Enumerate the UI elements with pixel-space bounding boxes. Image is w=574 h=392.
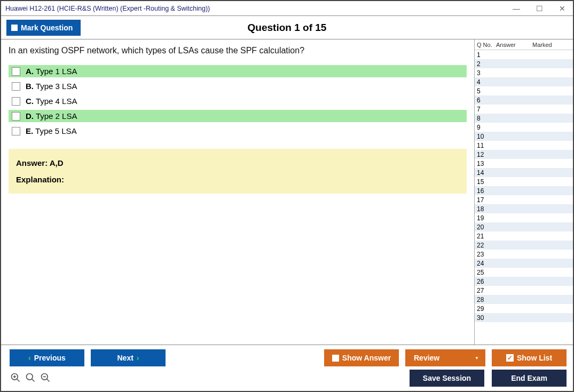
mark-question-label: Mark Question [21,23,73,32]
choice-label: A. Type 1 LSA [26,67,77,76]
window-controls: — ☐ ✕ [509,3,569,14]
row-number: 25 [475,269,496,276]
svg-line-5 [32,379,35,382]
choice-e[interactable]: E. Type 5 LSA [9,125,467,137]
question-row[interactable]: 21 [475,231,573,241]
checkbox-icon [12,67,20,76]
question-row[interactable]: 4 [475,77,573,86]
button-row-primary: ‹ Previous Next › Show Answer Review ▼ ✓… [10,349,567,366]
row-number: 8 [475,115,496,122]
question-row[interactable]: 20 [475,222,573,231]
question-row[interactable]: 2 [475,59,573,68]
triangle-down-icon: ▼ [475,356,479,361]
question-list[interactable]: 1234567891011121314151617181920212223242… [475,50,573,345]
choice-label: E. Type 5 LSA [26,126,77,135]
minimize-button[interactable]: — [509,3,523,14]
question-row[interactable]: 5 [475,86,573,95]
question-row[interactable]: 27 [475,286,573,295]
svg-line-1 [17,379,20,382]
question-row[interactable]: 26 [475,277,573,286]
question-row[interactable]: 13 [475,159,573,168]
footer: ‹ Previous Next › Show Answer Review ▼ ✓… [1,345,573,391]
close-button[interactable]: ✕ [556,3,569,14]
question-text: In an existing OSPF network, which types… [9,46,467,55]
row-number: 23 [475,251,496,258]
show-list-button[interactable]: ✓ Show List [492,349,567,366]
question-row[interactable]: 30 [475,313,573,322]
col-qno: Q No. [475,42,496,48]
body: In an existing OSPF network, which types… [1,39,573,345]
row-number: 1 [475,51,496,59]
question-row[interactable]: 29 [475,304,573,313]
row-number: 17 [475,196,496,204]
choices-list: A. Type 1 LSAB. Type 3 LSAC. Type 4 LSAD… [9,65,467,137]
row-number: 13 [475,160,496,167]
row-number: 27 [475,287,496,294]
show-answer-button[interactable]: Show Answer [324,349,399,366]
svg-line-7 [47,379,50,382]
question-row[interactable]: 8 [475,114,573,123]
zoom-out-button[interactable] [40,372,51,383]
question-row[interactable]: 19 [475,213,573,222]
row-number: 24 [475,260,496,267]
checkbox-icon [11,25,18,31]
show-answer-label: Show Answer [342,354,391,362]
window-title: Huawei H12-261 (HCIE-R&S (Written) (Expe… [5,5,210,12]
question-row[interactable]: 16 [475,186,573,195]
question-row[interactable]: 25 [475,268,573,277]
question-row[interactable]: 18 [475,204,573,213]
zoom-in-button[interactable] [10,372,21,383]
question-row[interactable]: 24 [475,259,573,268]
header-row: Mark Question Question 1 of 15 [1,16,573,39]
question-row[interactable]: 1 [475,50,573,59]
mark-question-button[interactable]: Mark Question [6,20,81,36]
row-number: 2 [475,60,496,68]
question-row[interactable]: 15 [475,177,573,186]
row-number: 3 [475,69,496,77]
previous-label: Previous [34,354,66,362]
row-number: 4 [475,78,496,86]
question-row[interactable]: 23 [475,250,573,259]
question-row[interactable]: 17 [475,195,573,204]
checkbox-icon [12,97,20,106]
save-session-button[interactable]: Save Session [410,370,484,387]
row-number: 6 [475,97,496,104]
row-number: 21 [475,233,496,240]
next-button[interactable]: Next › [91,349,166,366]
choice-b[interactable]: B. Type 3 LSA [9,80,467,92]
zoom-reset-button[interactable] [25,372,36,383]
row-number: 15 [475,178,496,186]
question-row[interactable]: 28 [475,295,573,304]
row-number: 16 [475,187,496,195]
checkbox-icon [12,127,20,135]
question-row[interactable]: 9 [475,123,573,132]
row-number: 5 [475,87,496,95]
row-number: 12 [475,151,496,158]
question-row[interactable]: 6 [475,95,573,105]
previous-button[interactable]: ‹ Previous [10,349,84,366]
choice-a[interactable]: A. Type 1 LSA [9,65,467,77]
question-counter: Question 1 of 15 [1,22,573,34]
end-exam-button[interactable]: End Exam [492,370,567,387]
row-number: 10 [475,133,496,140]
review-dropdown[interactable]: Review ▼ [405,349,485,366]
maximize-button[interactable]: ☐ [533,3,546,14]
titlebar: Huawei H12-261 (HCIE-R&S (Written) (Expe… [1,1,573,16]
review-label: Review [414,354,439,362]
question-row[interactable]: 10 [475,132,573,141]
question-row[interactable]: 22 [475,241,573,250]
row-number: 7 [475,106,496,113]
col-answer: Answer [496,42,532,48]
choice-d[interactable]: D. Type 2 LSA [9,110,467,122]
question-row[interactable]: 7 [475,105,573,114]
zoom-in-icon [10,372,21,383]
row-number: 28 [475,296,496,303]
question-row[interactable]: 11 [475,141,573,150]
checkbox-icon [12,82,20,91]
question-row[interactable]: 3 [475,68,573,77]
question-row[interactable]: 14 [475,168,573,177]
row-number: 29 [475,305,496,313]
question-list-header: Q No. Answer Marked [475,39,573,50]
choice-c[interactable]: C. Type 4 LSA [9,95,467,107]
question-row[interactable]: 12 [475,150,573,159]
